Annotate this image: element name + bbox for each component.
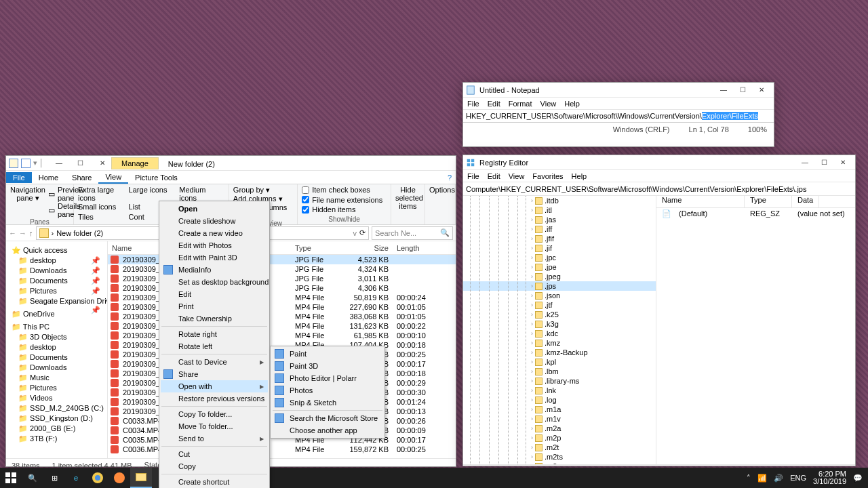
- filename-ext[interactable]: File name extensions: [302, 196, 387, 204]
- hidden-items[interactable]: Hidden items: [302, 205, 387, 214]
- col-data[interactable]: Data: [792, 196, 819, 207]
- explorer-taskbar-icon[interactable]: [130, 468, 152, 488]
- nav-item[interactable]: 📁 3D Objects: [6, 332, 107, 342]
- layout-xl[interactable]: Extra large icons: [78, 186, 123, 202]
- menu-view[interactable]: View: [540, 100, 557, 108]
- start-button[interactable]: [0, 468, 22, 488]
- regedit-values[interactable]: Name Type Data 📄 (Default) REG_SZ (value…: [656, 196, 855, 464]
- nav-item[interactable]: 📁 desktop: [6, 342, 107, 352]
- tree-item[interactable]: ›.jpeg: [463, 272, 656, 281]
- nav-item[interactable]: 📁 This PC: [6, 322, 107, 332]
- menu-item[interactable]: Edit with Photos: [161, 239, 268, 251]
- tree-item[interactable]: ›.k25: [463, 310, 656, 319]
- tray-clock[interactable]: 6:20 PM3/10/2019: [813, 470, 846, 485]
- tray-lang[interactable]: ENG: [790, 474, 806, 482]
- maximize-button[interactable]: ☐: [814, 156, 833, 169]
- openwith-submenu[interactable]: PaintPaint 3DPhoto Editor | PolarrPhotos…: [270, 346, 385, 439]
- nav-item[interactable]: 📁 SSD_M.2_240GB (C:): [6, 403, 107, 413]
- system-tray[interactable]: ˄ 📶 🔊 ENG 6:20 PM3/10/2019 💬: [741, 470, 868, 485]
- nav-item[interactable]: 📁 Music: [6, 373, 107, 383]
- menu-help[interactable]: Help: [564, 100, 580, 108]
- maximize-button[interactable]: ☐: [71, 157, 90, 170]
- tree-item[interactable]: ›.jpe: [463, 262, 656, 272]
- minimize-button[interactable]: —: [795, 156, 814, 169]
- col-type[interactable]: Type: [291, 244, 338, 252]
- menu-item[interactable]: Paint: [272, 348, 383, 360]
- nav-pane-button[interactable]: Navigation pane ▾: [10, 186, 45, 218]
- notepad-titlebar[interactable]: Untitled - Notepad — ☐ ✕: [463, 83, 774, 98]
- menu-format[interactable]: Format: [509, 100, 532, 108]
- tree-item[interactable]: ›.kdc: [463, 329, 656, 338]
- menu-item[interactable]: Paint 3D: [272, 360, 383, 372]
- explorer-titlebar[interactable]: ▾ │ — ☐ ✕: [6, 156, 456, 171]
- menu-item[interactable]: Choose another app: [272, 424, 383, 436]
- firefox-icon[interactable]: [108, 468, 130, 488]
- tab-picture-tools[interactable]: Picture Tools: [128, 172, 184, 183]
- nav-up[interactable]: ↑: [29, 229, 33, 237]
- tree-item[interactable]: ›.itdb: [463, 196, 656, 205]
- col-size[interactable]: Size: [338, 244, 393, 252]
- menu-item[interactable]: Open: [161, 203, 268, 215]
- tray-volume-icon[interactable]: 🔊: [774, 474, 783, 483]
- tab-file[interactable]: File: [6, 172, 32, 183]
- tree-item[interactable]: ›.jas: [463, 215, 656, 224]
- menu-item[interactable]: Take Ownership: [161, 312, 268, 325]
- nav-item[interactable]: 📁 SSD_Kingston (D:): [6, 413, 107, 424]
- tab-home[interactable]: Home: [32, 172, 65, 183]
- tree-item[interactable]: ›.kpl: [463, 357, 656, 367]
- nav-item[interactable]: 📁 Videos: [6, 393, 107, 403]
- nav-item[interactable]: 📁 Downloads📌: [6, 266, 107, 276]
- tree-item[interactable]: ›.jpc: [463, 253, 656, 262]
- close-button[interactable]: ✕: [93, 157, 112, 170]
- nav-forward[interactable]: →: [19, 229, 26, 237]
- refresh-icon[interactable]: ⟳: [359, 228, 366, 237]
- menu-favorites[interactable]: Favorites: [532, 172, 563, 180]
- menu-item[interactable]: Photos: [272, 384, 383, 396]
- nav-item[interactable]: 📁 Pictures📌: [6, 286, 107, 296]
- menu-item[interactable]: Move To folder...: [161, 420, 268, 432]
- menu-edit[interactable]: Edit: [488, 172, 500, 180]
- menu-item[interactable]: Rotate right: [161, 328, 268, 340]
- menu-item[interactable]: Cast to Device: [161, 356, 268, 368]
- tree-item[interactable]: ›.json: [463, 291, 656, 300]
- tree-item[interactable]: ›.lbm: [463, 367, 656, 376]
- tree-item[interactable]: ›.k3g: [463, 319, 656, 329]
- menu-help[interactable]: Help: [572, 172, 587, 180]
- menu-item[interactable]: Share: [161, 368, 268, 380]
- col-name[interactable]: Name: [656, 196, 745, 207]
- tree-item[interactable]: ›.itl: [463, 205, 656, 215]
- menu-item[interactable]: Create a new video: [161, 227, 268, 239]
- menu-item[interactable]: Open with: [161, 380, 268, 392]
- menu-item[interactable]: Copy To folder...: [161, 408, 268, 420]
- taskview-button[interactable]: ⊞: [43, 468, 65, 488]
- close-button[interactable]: ✕: [833, 156, 852, 169]
- context-menu[interactable]: OpenCreate slideshowCreate a new videoEd…: [159, 201, 270, 488]
- layout-l[interactable]: Large icons: [129, 186, 174, 202]
- tray-up-icon[interactable]: ˄: [747, 474, 751, 483]
- minimize-button[interactable]: —: [714, 83, 733, 97]
- tree-item[interactable]: ›.jfif: [463, 234, 656, 243]
- tree-item[interactable]: ›.m2t: [463, 443, 656, 452]
- tray-wifi-icon[interactable]: 📶: [757, 474, 767, 483]
- manage-tab[interactable]: Manage: [111, 157, 159, 169]
- nav-item[interactable]: 📁 Documents📌: [6, 276, 107, 286]
- nav-item[interactable]: 📁 3TB (F:): [6, 434, 107, 444]
- tree-item[interactable]: ›.m2v: [463, 462, 656, 464]
- close-button[interactable]: ✕: [752, 83, 771, 97]
- nav-item[interactable]: ⭐ Quick access: [6, 245, 107, 256]
- nav-item[interactable]: 📁 desktop📌: [6, 256, 107, 266]
- group-by-button[interactable]: Group by ▾: [233, 186, 293, 195]
- menu-file[interactable]: File: [467, 172, 479, 180]
- menu-item[interactable]: Rotate left: [161, 340, 268, 352]
- tree-item[interactable]: ›.jtf: [463, 300, 656, 310]
- nav-item[interactable]: 📁 Seagate Expansion Drive (I📌: [6, 296, 107, 306]
- menu-item[interactable]: MediaInfo: [161, 264, 268, 276]
- menu-item[interactable]: Print: [161, 300, 268, 312]
- hide-selected-button[interactable]: Hide selected items: [391, 184, 425, 224]
- menu-item[interactable]: Snip & Sketch: [272, 396, 383, 409]
- tree-item[interactable]: ›.jps: [463, 281, 656, 291]
- minimize-button[interactable]: —: [50, 157, 68, 170]
- options-button[interactable]: Options: [425, 184, 456, 224]
- nav-back[interactable]: ←: [9, 229, 16, 237]
- nav-pane[interactable]: ⭐ Quick access📁 desktop📌📁 Downloads📌📁 Do…: [6, 241, 108, 458]
